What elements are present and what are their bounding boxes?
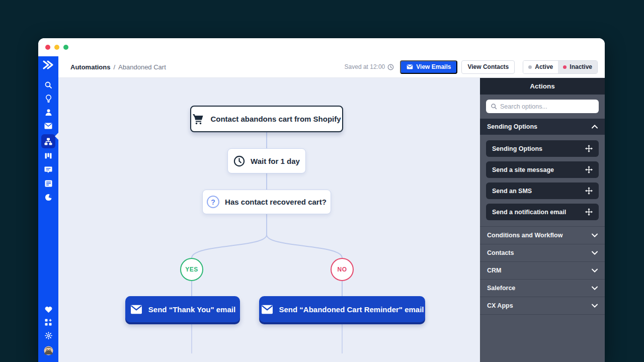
kanban-icon[interactable]	[41, 150, 55, 163]
window-titlebar	[38, 38, 605, 56]
breadcrumb-current: Abandoned Cart	[118, 63, 166, 71]
breadcrumb-separator: /	[113, 63, 115, 71]
toggle-active-option[interactable]: Active	[523, 61, 558, 73]
chevron-down-icon	[592, 233, 598, 237]
yes-label: YES	[185, 266, 198, 273]
apps-grid-icon[interactable]	[41, 316, 55, 329]
action-item-label: Send an SMS	[492, 188, 532, 195]
favorites-heart-icon[interactable]	[41, 303, 55, 316]
drag-move-icon[interactable]	[585, 187, 593, 195]
envelope-icon	[130, 305, 143, 314]
saved-status-text: Saved at 12:00	[345, 63, 385, 70]
app-sidebar	[38, 56, 58, 362]
page-header: Automations / Abandoned Cart Saved at 12…	[58, 56, 605, 78]
section-cx-apps[interactable]: CX Apps	[480, 297, 605, 315]
view-contacts-button[interactable]: View Contacts	[461, 60, 515, 74]
inactive-dot-icon	[563, 65, 567, 69]
action-item-notification-email[interactable]: Send a notification email	[486, 204, 599, 220]
action-item-sending-options[interactable]: Sending Options	[486, 140, 599, 157]
history-icon	[387, 64, 394, 70]
lightbulb-icon[interactable]	[41, 92, 55, 105]
section-sending-options[interactable]: Sending Options	[480, 119, 605, 135]
panel-search-area	[480, 95, 605, 119]
trigger-node-label: Contact abandons cart from Shopify	[210, 115, 341, 123]
close-window-icon[interactable]	[45, 45, 50, 50]
search-icon[interactable]	[41, 78, 55, 92]
view-contacts-label: View Contacts	[467, 63, 509, 70]
chevron-down-icon	[592, 268, 598, 273]
chevron-down-icon	[592, 251, 598, 255]
sending-options-list: Sending Options Send a site message Send…	[480, 135, 605, 227]
drag-move-icon[interactable]	[585, 166, 593, 173]
action-item-label: Send a notification email	[492, 209, 566, 216]
wait-node-label: Wait for 1 day	[251, 157, 300, 165]
reminder-email-label: Send “Abandoned Cart Reminder" email	[279, 305, 424, 314]
reports-pie-icon[interactable]	[41, 191, 55, 204]
breadcrumb-root[interactable]: Automations	[70, 63, 110, 71]
question-mark-icon: ?	[207, 196, 219, 208]
toggle-active-label: Active	[535, 63, 553, 70]
wait-node[interactable]: Wait for 1 day	[227, 148, 306, 173]
drag-move-icon[interactable]	[585, 145, 593, 152]
section-label: Sending Options	[487, 123, 537, 130]
saved-status: Saved at 12:00	[345, 63, 394, 70]
sidebar-item-automations[interactable]	[41, 134, 55, 148]
toggle-inactive-label: Inactive	[570, 63, 592, 70]
yes-branch-badge[interactable]: YES	[180, 258, 203, 281]
action-item-sms[interactable]: Send an SMS	[486, 183, 599, 199]
section-saleforce[interactable]: Saleforce	[480, 280, 605, 297]
active-inactive-toggle: Active Inactive	[523, 60, 598, 74]
brand-logo-icon[interactable]	[42, 60, 54, 71]
settings-gear-icon[interactable]	[41, 329, 55, 342]
forms-icon[interactable]	[41, 177, 55, 190]
section-label: CX Apps	[487, 302, 513, 309]
section-label: Saleforce	[487, 285, 515, 292]
search-options-input[interactable]	[500, 103, 594, 110]
chevron-down-icon	[592, 286, 598, 290]
condition-node-label: Has contact recovered cart?	[225, 198, 327, 206]
search-box[interactable]	[486, 100, 599, 113]
breadcrumb: Automations / Abandoned Cart	[70, 63, 166, 71]
envelope-icon	[261, 305, 274, 314]
view-emails-button[interactable]: View Emails	[400, 60, 457, 74]
drag-move-icon[interactable]	[585, 208, 593, 216]
section-contacts[interactable]: Contacts	[480, 244, 605, 262]
chevron-down-icon	[592, 304, 598, 308]
view-emails-label: View Emails	[416, 63, 451, 70]
action-item-label: Sending Options	[492, 145, 542, 152]
section-label: Contacts	[487, 249, 514, 256]
no-branch-badge[interactable]: NO	[331, 258, 354, 281]
email-icon[interactable]	[41, 119, 55, 132]
section-label: CRM	[487, 267, 501, 274]
panel-empty-area	[480, 315, 605, 362]
no-label: NO	[338, 266, 347, 273]
active-dot-icon	[528, 65, 532, 69]
toggle-inactive-option[interactable]: Inactive	[558, 61, 597, 73]
cart-icon	[192, 113, 205, 125]
automation-canvas[interactable]: Contact abandons cart from Shopify Wait …	[58, 78, 480, 362]
condition-node[interactable]: ? Has contact recovered cart?	[202, 190, 331, 214]
user-avatar[interactable]	[41, 344, 55, 357]
envelope-icon	[407, 64, 413, 69]
section-label: Conditions and Workflow	[487, 232, 562, 239]
thank-you-email-label: Send “Thank You" email	[148, 305, 235, 314]
sidebar-pointer-notch	[55, 133, 58, 140]
panel-title: Actions	[480, 78, 605, 95]
minimize-window-icon[interactable]	[54, 45, 59, 50]
messages-icon[interactable]	[41, 163, 55, 176]
section-conditions-and-workflow[interactable]: Conditions and Workflow	[480, 227, 605, 244]
app-window: Automations / Abandoned Cart Saved at 12…	[38, 38, 605, 362]
chevron-up-icon	[592, 125, 598, 129]
action-item-label: Send a site message	[492, 166, 554, 173]
contacts-icon[interactable]	[41, 106, 55, 119]
action-item-site-message[interactable]: Send a site message	[486, 161, 599, 178]
trigger-node[interactable]: Contact abandons cart from Shopify	[190, 106, 343, 132]
section-crm[interactable]: CRM	[480, 262, 605, 280]
actions-panel: Actions Sending Options Sending Op	[480, 78, 605, 362]
search-icon	[491, 103, 497, 110]
reminder-email-node[interactable]: Send “Abandoned Cart Reminder" email	[259, 296, 425, 322]
zoom-window-icon[interactable]	[63, 45, 68, 50]
thank-you-email-node[interactable]: Send “Thank You" email	[125, 296, 240, 322]
clock-icon	[233, 155, 245, 167]
